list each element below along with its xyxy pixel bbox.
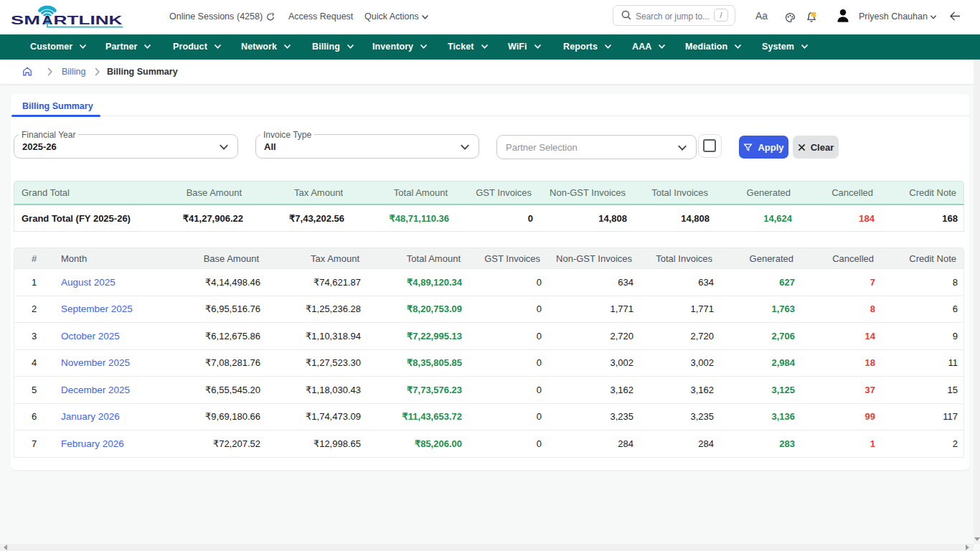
svg-text:SM: SM — [11, 14, 40, 27]
svg-text:A: A — [42, 14, 52, 27]
svg-text:RTLINK: RTLINK — [54, 14, 123, 27]
